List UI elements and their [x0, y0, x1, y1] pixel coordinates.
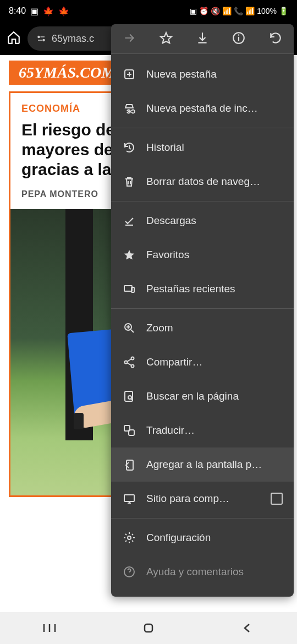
menu-label: Borrar datos de naveg…	[146, 176, 283, 188]
desktop-icon	[122, 492, 136, 506]
menu-item-translate[interactable]: Traducir…	[111, 413, 294, 447]
divider	[111, 308, 294, 309]
menu-item-bookmarks[interactable]: Favoritos	[111, 238, 294, 272]
alarm-icon: ⏰	[199, 7, 208, 15]
menu-label: Sitio para comp…	[146, 493, 261, 505]
menu-label: Compartir…	[146, 356, 283, 368]
gear-icon	[122, 531, 136, 545]
divider	[111, 128, 294, 128]
menu-label: Nueva pestaña	[146, 68, 283, 80]
leaf-icon: 🍁	[43, 6, 54, 17]
svg-rect-1	[41, 36, 45, 37]
menu-label: Nueva pestaña de inc…	[146, 102, 283, 114]
plus-box-icon	[122, 67, 136, 81]
menu-item-settings[interactable]: Configuración	[111, 521, 294, 555]
menu-item-history[interactable]: Historial	[111, 130, 294, 165]
back-button[interactable]	[231, 619, 264, 637]
help-icon	[122, 565, 136, 579]
status-right: ▣ ⏰ 🔇 📶 📞 📶 100% 🔋	[190, 7, 288, 15]
menu-item-desktop-site[interactable]: Sitio para comp…	[111, 482, 294, 516]
menu-item-downloads[interactable]: Descargas	[111, 204, 294, 238]
download-button[interactable]	[195, 31, 210, 47]
mute-icon: 🔇	[211, 7, 220, 15]
site-settings-icon	[36, 34, 46, 43]
menu-list: Nueva pestaña Nueva pestaña de inc… Hist…	[111, 54, 294, 592]
menu-item-zoom[interactable]: Zoom	[111, 311, 294, 345]
home-button[interactable]	[7, 30, 21, 47]
menu-item-share[interactable]: Compartir…	[111, 345, 294, 379]
signal-icon: 📶	[245, 7, 255, 15]
android-nav-bar	[0, 612, 297, 644]
svg-rect-3	[38, 40, 42, 41]
browser-menu: Nueva pestaña Nueva pestaña de inc… Hist…	[111, 24, 294, 597]
svg-rect-9	[131, 287, 134, 292]
svg-point-2	[42, 39, 45, 42]
menu-item-new-tab[interactable]: Nueva pestaña	[111, 57, 294, 91]
battery-text: 100%	[257, 7, 277, 15]
menu-label: Favoritos	[146, 249, 283, 261]
translate-icon	[122, 423, 136, 438]
svg-point-20	[128, 536, 131, 539]
image-icon: ▣	[30, 6, 38, 17]
watch-shape	[74, 413, 84, 429]
divider	[111, 518, 294, 519]
svg-rect-5	[238, 36, 239, 41]
menu-label: Pestañas recientes	[146, 283, 283, 295]
menu-item-find[interactable]: Buscar en la página	[111, 379, 294, 413]
url-text: 65ymas.c	[52, 33, 94, 45]
svg-rect-6	[238, 34, 239, 35]
battery-saver-icon: ▣	[190, 7, 197, 15]
history-icon	[122, 140, 136, 155]
volte-icon: 📞	[234, 7, 243, 15]
zoom-icon	[122, 321, 136, 335]
leaf-icon: 🍁	[58, 6, 69, 17]
info-button[interactable]	[232, 31, 246, 47]
menu-label: Historial	[146, 141, 283, 154]
menu-label: Ayuda y comentarios	[146, 566, 283, 578]
menu-label: Traducir…	[146, 424, 283, 436]
status-left: 8:40 ▣ 🍁 🍁	[9, 6, 69, 17]
menu-top-row	[111, 24, 294, 54]
clock: 8:40	[9, 6, 26, 16]
menu-item-help[interactable]: Ayuda y comentarios	[111, 555, 294, 589]
svg-rect-18	[127, 460, 133, 470]
status-bar: 8:40 ▣ 🍁 🍁 ▣ ⏰ 🔇 📶 📞 📶 100% 🔋	[0, 0, 297, 22]
menu-item-clear-data[interactable]: Borrar datos de naveg…	[111, 165, 294, 199]
find-icon	[122, 389, 136, 403]
menu-item-incognito[interactable]: Nueva pestaña de inc…	[111, 91, 294, 125]
menu-label: Descargas	[146, 215, 283, 227]
bookmark-star-button[interactable]	[159, 31, 173, 47]
svg-rect-19	[124, 495, 134, 501]
menu-label: Agregar a la pantalla p…	[146, 459, 283, 471]
desktop-site-checkbox[interactable]	[271, 493, 283, 505]
battery-icon: 🔋	[279, 7, 288, 15]
trash-icon	[122, 174, 136, 189]
divider	[111, 201, 294, 201]
devices-icon	[122, 282, 136, 296]
forward-button[interactable]	[122, 31, 136, 47]
svg-point-0	[37, 36, 40, 39]
recent-apps-button[interactable]	[33, 619, 66, 637]
menu-label: Buscar en la página	[146, 390, 283, 402]
menu-label: Configuración	[146, 532, 283, 544]
site-logo[interactable]: 65YMÁS.COM	[9, 61, 125, 85]
check-icon	[122, 214, 136, 228]
menu-item-recent-tabs[interactable]: Pestañas recientes	[111, 272, 294, 306]
menu-item-add-home[interactable]: Agregar a la pantalla p…	[111, 447, 294, 482]
share-icon	[122, 355, 136, 369]
menu-label: Zoom	[146, 322, 283, 334]
add-home-icon	[122, 457, 136, 472]
star-icon	[122, 248, 136, 262]
reload-button[interactable]	[268, 31, 283, 47]
svg-rect-8	[124, 286, 132, 291]
home-button-nav[interactable]	[132, 619, 165, 637]
svg-rect-22	[145, 624, 152, 632]
wifi-icon: 📶	[222, 7, 232, 15]
incognito-icon	[122, 101, 136, 116]
